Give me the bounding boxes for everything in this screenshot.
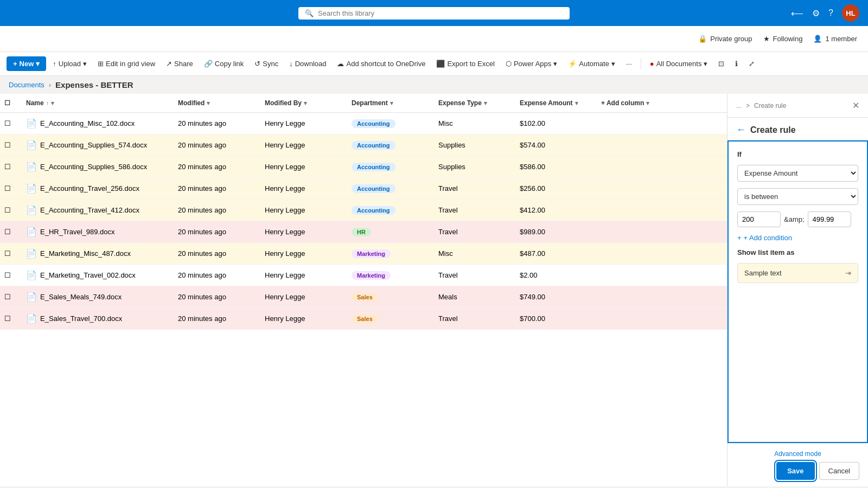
save-button[interactable]: Save <box>776 462 814 480</box>
table-row[interactable]: ☐ 📄 E_HR_Travel_989.docx 20 minutes ago … <box>0 221 727 243</box>
edit-grid-button[interactable]: ⊞ Edit in grid view <box>93 56 159 71</box>
filter-button[interactable]: ⊡ <box>714 56 729 71</box>
table-row[interactable]: ☐ 📄 E_Accounting_Misc_102.docx 20 minute… <box>0 113 727 134</box>
footer-buttons: Save Cancel <box>736 462 859 480</box>
row-expense-type: Travel <box>434 266 515 285</box>
row-checkbox[interactable]: ☐ <box>0 136 22 155</box>
row-checkbox[interactable]: ☐ <box>0 201 22 220</box>
row-checkbox[interactable]: ☐ <box>0 114 22 133</box>
panel-nav-breadcrumb[interactable]: Create rule <box>754 102 786 110</box>
table-row[interactable]: ☐ 📄 E_Accounting_Travel_412.docx 20 minu… <box>0 200 727 221</box>
member-count-item[interactable]: 👤 1 member <box>813 35 857 43</box>
sample-text: Sample text <box>744 269 782 277</box>
panel-close-icon[interactable]: ✕ <box>852 100 859 111</box>
row-expense-amount: $412.00 <box>515 201 597 220</box>
table-row[interactable]: ☐ 📄 E_Accounting_Supplies_574.docx 20 mi… <box>0 134 727 156</box>
row-name: 📄 E_Sales_Meals_749.docx <box>22 286 174 307</box>
col-modified[interactable]: Modified ▾ <box>174 94 260 112</box>
col-modified-by[interactable]: Modified By ▾ <box>260 94 347 112</box>
condition-dropdown[interactable]: is between <box>737 188 858 205</box>
table-row[interactable]: ☐ 📄 E_Accounting_Travel_256.docx 20 minu… <box>0 178 727 200</box>
col-expense-amount[interactable]: Expense Amount ▾ <box>515 94 597 112</box>
field-dropdown[interactable]: Expense Amount <box>737 165 858 182</box>
row-checkbox[interactable]: ☐ <box>0 266 22 285</box>
select-all-checkbox[interactable]: ☐ <box>0 94 22 112</box>
chevron-down-icon: ▾ <box>83 60 87 68</box>
row-modified-by: Henry Legge <box>260 309 347 328</box>
department-badge: Accounting <box>352 163 395 171</box>
lock-icon: 🔒 <box>698 35 707 43</box>
panel-nav-dots[interactable]: ... <box>736 102 742 110</box>
col-department[interactable]: Department ▾ <box>347 94 434 112</box>
search-bar[interactable]: 🔍 <box>298 7 570 20</box>
search-input[interactable] <box>318 9 563 17</box>
table-row[interactable]: ☐ 📄 E_Marketing_Travel_002.docx 20 minut… <box>0 265 727 286</box>
row-modified-by: Henry Legge <box>260 287 347 306</box>
row-modified: 20 minutes ago <box>174 266 260 285</box>
export-excel-button[interactable]: ⬛ Export to Excel <box>432 56 499 71</box>
following-item[interactable]: ★ Following <box>763 35 803 43</box>
help-icon[interactable]: ? <box>828 8 833 18</box>
advanced-mode-link[interactable]: Advanced mode <box>736 450 859 458</box>
row-add-col <box>597 205 684 216</box>
row-modified-by: Henry Legge <box>260 201 347 220</box>
power-apps-button[interactable]: ⬡ Power Apps ▾ <box>501 56 561 71</box>
row-name: 📄 E_HR_Travel_989.docx <box>22 221 174 242</box>
share-button[interactable]: ↗ Share <box>162 56 197 71</box>
back-arrow-icon[interactable]: ← <box>736 124 746 136</box>
settings-icon[interactable]: ⚙ <box>812 8 820 18</box>
row-checkbox[interactable]: ☐ <box>0 222 22 241</box>
row-add-col <box>597 162 684 172</box>
word-icon: 📄 <box>26 313 37 324</box>
download-button[interactable]: ↓ Download <box>285 56 330 71</box>
row-department: Marketing <box>347 266 434 285</box>
add-condition-button[interactable]: + + Add condition <box>737 234 858 242</box>
add-shortcut-button[interactable]: ☁ Add shortcut to OneDrive <box>333 56 430 71</box>
col-add-column[interactable]: + Add column ▾ <box>597 94 684 112</box>
plus-icon: + <box>13 60 17 68</box>
info-button[interactable]: ℹ <box>731 56 742 71</box>
table-row[interactable]: ☐ 📄 E_Accounting_Supplies_586.docx 20 mi… <box>0 156 727 178</box>
all-documents-button[interactable]: ● All Documents ▾ <box>646 56 712 71</box>
row-name: 📄 E_Accounting_Travel_412.docx <box>22 200 174 221</box>
row-checkbox[interactable]: ☐ <box>0 309 22 328</box>
row-checkbox[interactable]: ☐ <box>0 244 22 263</box>
table-row[interactable]: ☐ 📄 E_Sales_Travel_700.docx 20 minutes a… <box>0 308 727 330</box>
row-expense-amount: $574.00 <box>515 136 597 155</box>
row-checkbox[interactable]: ☐ <box>0 157 22 176</box>
sync-button[interactable]: ↺ Sync <box>250 56 283 71</box>
panel-title: Create rule <box>750 125 796 135</box>
table-area: ☐ Name ↑ ▾ Modified ▾ Modified By ▾ Depa… <box>0 94 727 486</box>
col-expense-type[interactable]: Expense Type ▾ <box>434 94 515 112</box>
cancel-button[interactable]: Cancel <box>819 462 859 480</box>
format-icon[interactable]: ⇥ <box>845 269 851 277</box>
row-checkbox[interactable]: ☐ <box>0 287 22 306</box>
row-modified-by: Henry Legge <box>260 179 347 198</box>
grid-icon: ⊞ <box>98 60 104 68</box>
copy-link-button[interactable]: 🔗 Copy link <box>200 56 248 71</box>
table-row[interactable]: ☐ 📄 E_Marketing_Misc_487.docx 20 minutes… <box>0 243 727 265</box>
top-bar-right: ⟵ ⚙ ? HL <box>791 4 859 22</box>
member-count-label: 1 member <box>825 35 857 43</box>
private-group-item[interactable]: 🔒 Private group <box>698 35 752 43</box>
new-button[interactable]: + New ▾ <box>7 56 46 71</box>
col-name[interactable]: Name ↑ ▾ <box>22 94 174 112</box>
more-button[interactable]: ··· <box>622 56 636 71</box>
breadcrumb-parent[interactable]: Documents <box>9 81 44 89</box>
word-icon: 📄 <box>26 140 37 150</box>
department-badge: HR <box>352 228 371 236</box>
avatar[interactable]: HL <box>842 4 859 22</box>
automate-button[interactable]: ⚡ Automate ▾ <box>564 56 620 71</box>
table-row[interactable]: ☐ 📄 E_Sales_Meals_749.docx 20 minutes ag… <box>0 286 727 308</box>
row-checkbox[interactable]: ☐ <box>0 179 22 198</box>
upload-button[interactable]: ↑ Upload ▾ <box>48 56 91 71</box>
department-badge: Accounting <box>352 206 395 215</box>
value-to-input[interactable] <box>808 211 851 227</box>
value-from-input[interactable] <box>737 211 781 227</box>
expand-button[interactable]: ⤢ <box>744 56 759 71</box>
notification-icon[interactable]: ⟵ <box>791 8 803 18</box>
chevron-down-icon: ▾ <box>51 100 54 107</box>
chevron-down-icon: ▾ <box>390 100 393 107</box>
between-values-row: &amp; <box>737 211 858 227</box>
row-expense-type: Travel <box>434 309 515 328</box>
